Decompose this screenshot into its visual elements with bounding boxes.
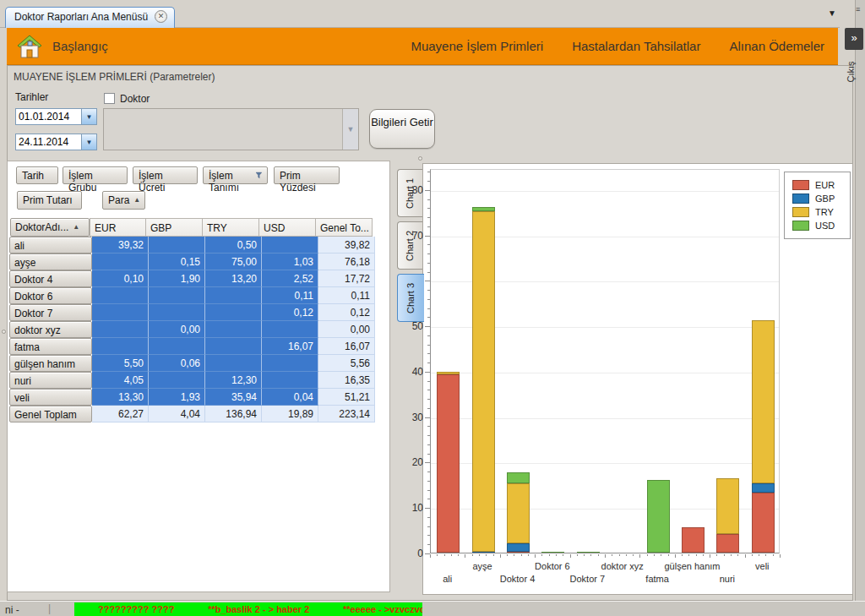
x-tick-label: nuri — [720, 574, 735, 584]
splitter-grip[interactable] — [418, 156, 422, 161]
dock-expand-button[interactable]: » — [845, 28, 863, 50]
doktor-checkbox[interactable] — [104, 93, 115, 104]
status-left-text: ni - — [5, 604, 19, 616]
y-minor-tick — [427, 263, 430, 264]
date-to-combo: ▼ — [15, 134, 97, 150]
x-tick-label: veli — [755, 561, 770, 571]
pivot-cell: 2,52 — [262, 270, 318, 287]
pivot-cell — [205, 304, 262, 321]
x-minor-tick — [731, 554, 732, 556]
y-minor-tick — [427, 408, 430, 409]
bar-segment-gbp-Doktor-4 — [507, 543, 530, 552]
document-tab[interactable]: Doktor Raporları Ana Menüsü ✕ — [5, 7, 175, 28]
dock-menu-icon[interactable]: ≡ — [856, 5, 860, 14]
x-minor-tick — [556, 554, 557, 556]
pivot-field-tarih[interactable]: Tarih — [16, 166, 58, 184]
pivot-field-prim-yüzdesi[interactable]: Prim Yüzdesi — [274, 166, 340, 184]
pivot-cell: 62,27 — [92, 406, 149, 422]
legend-label: GBP — [815, 194, 835, 204]
y-tick — [425, 372, 430, 373]
x-tick-label: Doktor 4 — [500, 574, 536, 584]
pivot-cell: 39,82 — [318, 237, 375, 253]
pivot-cell: 35,94 — [205, 389, 262, 406]
doktor-select-combo[interactable]: ▼ — [103, 108, 359, 150]
y-tick — [425, 326, 430, 327]
y-minor-tick — [427, 181, 430, 182]
y-minor-tick — [427, 490, 430, 491]
status-bar: ni - | ????????? ???? **b_baslik 2 - > h… — [0, 601, 865, 616]
ribbon-nav-item-2[interactable]: Hastalardan Tahsilatlar — [572, 39, 700, 53]
x-minor-tick — [619, 554, 620, 556]
filter-icon[interactable] — [256, 172, 262, 179]
y-minor-tick — [427, 208, 430, 209]
y-minor-tick — [427, 308, 430, 309]
x-minor-tick — [682, 554, 683, 556]
pivot-header-row: DoktorAdı...▲EURGBPTRYUSDGenel To... — [9, 218, 375, 237]
pivot-row-header: doktor xyz — [9, 321, 92, 338]
x-tick-label: ayşe — [472, 561, 492, 571]
x-tick — [780, 554, 781, 558]
pivot-cell: 75,00 — [205, 253, 262, 270]
x-tick — [570, 554, 571, 558]
pivot-cell: 0,00 — [149, 321, 205, 338]
doktor-select-dropdown-icon[interactable]: ▼ — [342, 109, 358, 150]
ribbon-nav-item-1[interactable]: Muayene İşlem Primleri — [411, 39, 543, 53]
ribbon-nav-item-3[interactable]: Alınan Ödemeler — [729, 39, 824, 53]
y-minor-tick — [427, 226, 430, 227]
pivot-row: ayşe0,1575,001,0376,18 — [9, 253, 375, 270]
pivot-field-i̇şlem-tanımı[interactable]: İşlem Tanımı — [203, 166, 268, 184]
gridline — [431, 191, 779, 192]
status-separator: | — [48, 602, 51, 614]
pivot-cell: 51,21 — [318, 389, 375, 406]
y-minor-tick — [427, 272, 430, 273]
chart-tab-2[interactable]: Chart 2 — [397, 221, 422, 270]
pivot-cell — [92, 321, 149, 338]
y-tick-label: 30 — [389, 412, 423, 423]
date-from-dropdown-icon[interactable]: ▼ — [81, 109, 96, 124]
bar-segment-usd-Doktor-4 — [507, 472, 530, 484]
x-minor-tick — [493, 554, 494, 556]
y-minor-tick — [427, 481, 430, 482]
parameters-group-title: MUAYENE İŞLEM PRİMLERİ (Parametreler) — [14, 71, 215, 83]
pivot-row-header: Doktor 7 — [9, 304, 92, 321]
pivot-field-doktoradi[interactable]: DoktorAdı...▲ — [10, 218, 90, 237]
y-minor-tick — [427, 499, 430, 499]
x-minor-tick — [688, 554, 689, 556]
ribbon-header: Başlangıç Muayene İşlem PrimleriHastalar… — [7, 28, 838, 65]
date-to-input[interactable] — [16, 134, 81, 150]
y-minor-tick — [427, 444, 430, 445]
pivot-row-header: veli — [9, 389, 92, 406]
splitter-grip-left[interactable] — [2, 330, 6, 334]
x-minor-tick — [507, 554, 508, 556]
pivot-cell — [205, 321, 262, 338]
home-label: Başlangıç — [52, 39, 108, 53]
pivot-cell: 12,30 — [205, 372, 262, 389]
x-tick — [500, 554, 501, 558]
tab-list-dropdown-icon[interactable]: ▼ — [828, 8, 836, 18]
x-minor-tick — [765, 554, 766, 556]
home-button[interactable]: Başlangıç — [17, 35, 108, 58]
close-icon[interactable]: ✕ — [155, 10, 167, 23]
legend-label: TRY — [815, 207, 834, 217]
pivot-field-i̇şlem-grubu[interactable]: İşlem Grubu — [63, 166, 128, 184]
chart-tab-3[interactable]: Chart 3 — [397, 274, 424, 322]
x-minor-tick — [514, 554, 514, 556]
y-minor-tick — [427, 244, 430, 245]
x-minor-tick — [437, 554, 438, 556]
date-from-input[interactable] — [16, 109, 81, 124]
pivot-field-para[interactable]: Para▲ — [102, 191, 145, 210]
pivot-field-prim-tutari[interactable]: Prim Tutarı — [17, 191, 82, 210]
pivot-cell: 16,35 — [318, 372, 375, 389]
bar-segment-try-Doktor-4 — [507, 483, 530, 543]
x-tick — [465, 554, 465, 558]
fetch-data-button[interactable]: Bilgileri Getir — [369, 109, 435, 149]
x-minor-tick — [716, 554, 717, 556]
pivot-cell: 5,50 — [92, 355, 149, 372]
dock-vertical-tab[interactable]: Çıkış — [841, 51, 860, 93]
news-ticker-text: ????????? ???? **b_baslik 2 - > haber 2 … — [98, 604, 422, 614]
pivot-field-i̇şlem-ücreti[interactable]: İşlem Ücreti — [133, 166, 198, 184]
x-tick-label: ali — [443, 574, 452, 584]
x-tick — [535, 554, 536, 558]
chart-plot — [430, 169, 780, 553]
date-to-dropdown-icon[interactable]: ▼ — [81, 134, 96, 150]
